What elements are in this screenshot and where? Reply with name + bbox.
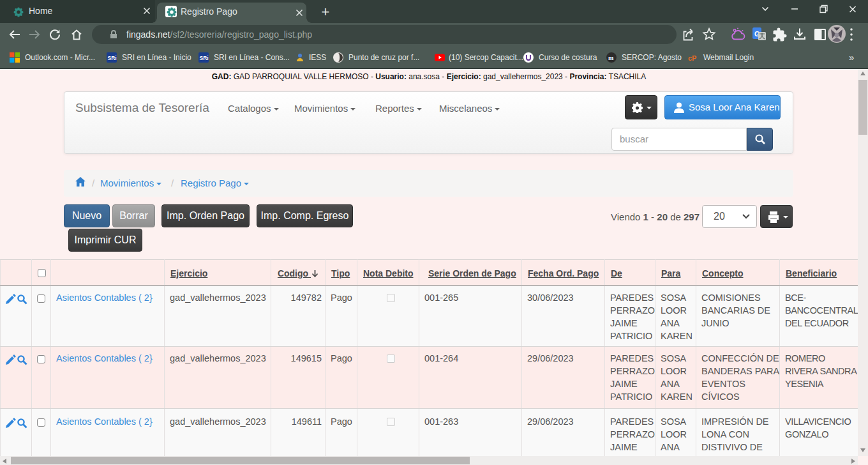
- svg-text:SRi: SRi: [108, 55, 117, 61]
- svg-text:cP: cP: [688, 54, 696, 62]
- svg-text:SRi: SRi: [200, 55, 209, 61]
- svg-text:m: m: [608, 54, 614, 61]
